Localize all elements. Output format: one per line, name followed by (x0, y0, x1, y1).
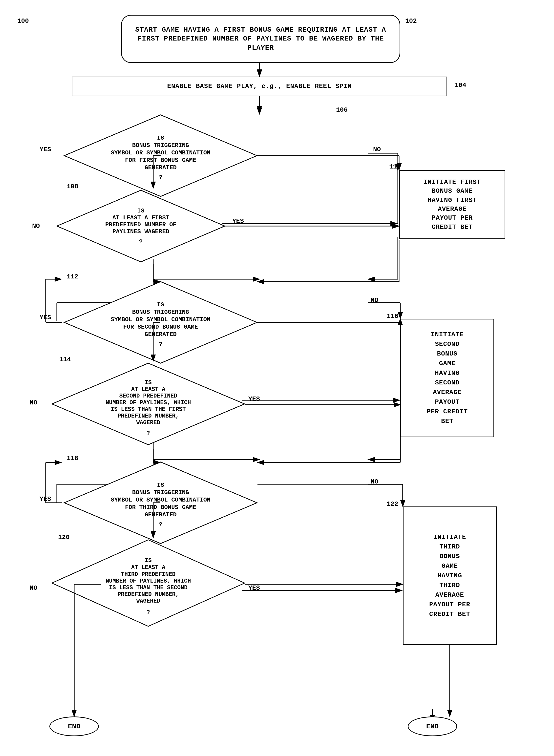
d1-yes-label: YES (40, 146, 51, 153)
svg-text:SYMBOL OR SYMBOL COMBINATION: SYMBOL OR SYMBOL COMBINATION (111, 150, 210, 156)
ref-100: 100 (17, 17, 29, 25)
ref-102: 102 (405, 17, 417, 25)
svg-text:BONUS TRIGGERING: BONUS TRIGGERING (132, 309, 189, 315)
svg-text:IS: IS (145, 558, 152, 564)
d2-no-label: NO (32, 222, 40, 230)
svg-text:IS: IS (137, 208, 145, 214)
ref-104: 104 (455, 81, 466, 89)
d4-yes-label: YES (248, 395, 260, 403)
svg-text:GENERATED: GENERATED (145, 511, 177, 518)
svg-text:NUMBER OF PAYLINES, WHICH: NUMBER OF PAYLINES, WHICH (106, 400, 191, 406)
svg-text:AT LEAST A: AT LEAST A (131, 564, 165, 571)
d1-no-label: NO (373, 146, 381, 153)
svg-text:IS: IS (157, 301, 164, 308)
end-left: END (49, 716, 99, 736)
d3-no-label: NO (371, 296, 378, 304)
svg-text:PREDEFINED NUMBER,: PREDEFINED NUMBER, (118, 413, 179, 419)
diamond5-svg: IS BONUS TRIGGERING SYMBOL OR SYMBOL COM… (62, 460, 260, 548)
svg-text:IS LESS THAN THE SECOND: IS LESS THAN THE SECOND (109, 585, 187, 591)
svg-text:BONUS TRIGGERING: BONUS TRIGGERING (132, 142, 189, 149)
ref-116: 116 (387, 312, 398, 320)
svg-text:SECOND PREDEFINED: SECOND PREDEFINED (119, 393, 177, 399)
diamond2-svg: IS AT LEAST A FIRST PREDEFINED NUMBER OF… (54, 188, 227, 265)
svg-text:SYMBOL OR SYMBOL COMBINATION: SYMBOL OR SYMBOL COMBINATION (111, 497, 210, 503)
d2-yes-label: YES (232, 217, 244, 225)
svg-text:BONUS TRIGGERING: BONUS TRIGGERING (132, 489, 189, 496)
svg-text:FOR SECOND BONUS GAME: FOR SECOND BONUS GAME (123, 324, 198, 330)
svg-text:?: ? (147, 430, 150, 437)
flowchart-container: 100 START GAME HAVING A FIRST BONUS GAME… (0, 0, 554, 756)
svg-text:PREDEFINED NUMBER OF: PREDEFINED NUMBER OF (105, 221, 176, 228)
d4-no-label: NO (30, 399, 37, 406)
svg-text:?: ? (159, 341, 162, 348)
svg-text:AT LEAST A FIRST: AT LEAST A FIRST (112, 215, 169, 221)
svg-text:GENERATED: GENERATED (145, 331, 177, 338)
diamond3-svg: IS BONUS TRIGGERING SYMBOL OR SYMBOL COM… (62, 279, 260, 368)
svg-text:WAGERED: WAGERED (136, 419, 160, 426)
svg-text:?: ? (147, 609, 150, 616)
ref-106: 106 (336, 106, 348, 114)
svg-text:PREDEFINED NUMBER,: PREDEFINED NUMBER, (118, 591, 179, 598)
svg-text:?: ? (139, 238, 143, 245)
box1-node: INITIATE FIRSTBONUS GAMEHAVING FIRSTAVER… (399, 170, 505, 239)
svg-text:SYMBOL OR SYMBOL COMBINATION: SYMBOL OR SYMBOL COMBINATION (111, 316, 210, 323)
svg-text:THIRD PREDEFINED: THIRD PREDEFINED (121, 571, 176, 578)
svg-text:?: ? (159, 521, 162, 528)
diamond6-svg: IS AT LEAST A THIRD PREDEFINED NUMBER OF… (49, 537, 247, 631)
d5-yes-label: YES (40, 496, 51, 503)
d6-no-label: NO (30, 584, 37, 592)
svg-text:GENERATED: GENERATED (145, 164, 177, 171)
svg-text:?: ? (159, 174, 162, 181)
ref-122: 122 (387, 500, 398, 508)
svg-text:AT LEAST A: AT LEAST A (131, 386, 165, 393)
enable-node: ENABLE BASE GAME PLAY, e.g., ENABLE REEL… (72, 76, 447, 96)
d6-yes-label: YES (248, 584, 260, 592)
svg-text:PAYLINES WAGERED: PAYLINES WAGERED (112, 228, 169, 235)
svg-text:IS: IS (157, 482, 164, 488)
svg-text:WAGERED: WAGERED (136, 598, 160, 604)
svg-text:IS: IS (157, 135, 164, 141)
d3-yes-label: YES (40, 314, 51, 321)
end-right: END (408, 716, 457, 736)
svg-text:FOR FIRST BONUS GAME: FOR FIRST BONUS GAME (125, 157, 196, 164)
box2-node: INITIATESECONDBONUSGAMEHAVINGSECONDAVERA… (400, 319, 494, 437)
start-node: START GAME HAVING A FIRST BONUS GAME REQ… (121, 15, 400, 63)
box3-node: INITIATETHIRDBONUSGAMEHAVINGTHIRDAVERAGE… (403, 507, 497, 645)
diamond4-svg: IS AT LEAST A SECOND PREDEFINED NUMBER O… (49, 361, 247, 450)
svg-text:IS LESS THAN THE FIRST: IS LESS THAN THE FIRST (111, 406, 186, 413)
svg-text:IS: IS (145, 380, 152, 386)
svg-text:FOR THIRD BONUS GAME: FOR THIRD BONUS GAME (125, 504, 196, 511)
svg-text:NUMBER OF PAYLINES, WHICH: NUMBER OF PAYLINES, WHICH (106, 578, 191, 584)
ref-110: 110 (389, 163, 401, 170)
d5-no-label: NO (371, 478, 378, 485)
